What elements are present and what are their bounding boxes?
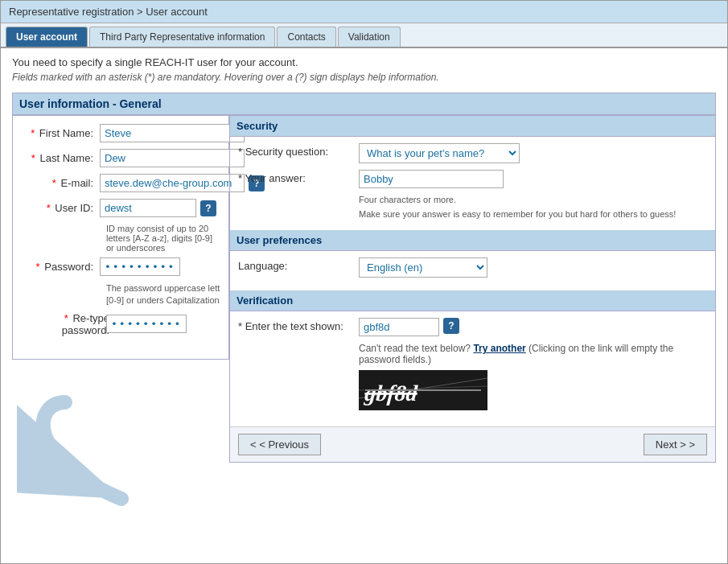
- language-select[interactable]: English (en) Français (fr) Deutsch (de) …: [359, 257, 487, 278]
- last-name-label: * Last Name:: [19, 152, 100, 164]
- userid-hint: ID may consist of up to 20 letters [A-Z …: [106, 224, 222, 253]
- preferences-section-header: User preferences: [230, 230, 715, 251]
- security-question-row: * Security question: What is your pet's …: [238, 143, 707, 163]
- svg-text:gbf8d: gbf8d: [363, 381, 419, 406]
- tab-third-party[interactable]: Third Party Representative information: [89, 27, 275, 47]
- tab-user-account[interactable]: User account: [6, 27, 88, 47]
- info-line2: Fields marked with an asterisk (*) are m…: [12, 72, 716, 83]
- captcha-image: gbf8d: [359, 370, 487, 410]
- captcha-label: * Enter the text shown:: [238, 318, 359, 332]
- answer-hint2: Make sure your answer is easy to remembe…: [359, 209, 707, 219]
- answer-hint1: Four characters or more.: [359, 195, 707, 204]
- email-row: * E-mail: ?: [19, 174, 222, 192]
- arrow-decoration: [17, 394, 178, 523]
- captcha-help-button[interactable]: ?: [443, 318, 459, 334]
- captcha-input-row: * Enter the text shown: ?: [238, 318, 707, 336]
- breadcrumb: Representative registration > User accou…: [1, 1, 727, 23]
- password-row: * Password:: [19, 257, 222, 276]
- tabs-bar: User account Third Party Representative …: [1, 23, 727, 48]
- last-name-input[interactable]: [100, 149, 245, 167]
- required-star-firstname: *: [31, 127, 35, 139]
- cant-read-text: Can't read the text below? Try another (…: [359, 343, 707, 365]
- password-hint: The password uppercase lett [0-9] or und…: [106, 282, 222, 307]
- security-question-label: * Security question:: [238, 143, 359, 158]
- required-star-lastname: *: [31, 152, 35, 164]
- security-form: * Security question: What is your pet's …: [230, 137, 715, 230]
- email-label: * E-mail:: [19, 177, 100, 189]
- retype-password-input[interactable]: [106, 315, 187, 333]
- try-another-link[interactable]: Try another: [473, 343, 525, 354]
- email-input[interactable]: [100, 174, 245, 192]
- captcha-input[interactable]: [359, 318, 439, 336]
- security-section-header: Security: [230, 116, 715, 137]
- retype-password-row: * Re-type password:: [19, 312, 222, 336]
- right-panel: Security * Security question: What is yo…: [229, 115, 716, 463]
- required-star-userid: *: [47, 202, 51, 214]
- userid-label: * User ID:: [19, 202, 100, 214]
- user-info-section-header: User information - General: [12, 93, 716, 115]
- retype-password-label: * Re-type password:: [19, 312, 116, 336]
- previous-button[interactable]: < < Previous: [238, 434, 321, 455]
- info-line1: You need to specify a single REACH-IT us…: [12, 56, 716, 68]
- verification-form: * Enter the text shown: ? Can't read the…: [230, 311, 715, 420]
- userid-input[interactable]: [100, 199, 196, 217]
- security-question-select[interactable]: What is your pet's name? What is your mo…: [359, 143, 520, 163]
- required-star-retype: *: [64, 312, 68, 324]
- userid-help-button[interactable]: ?: [200, 200, 216, 216]
- first-name-row: * First Name:: [19, 124, 222, 142]
- security-answer-row: * Your answer:: [238, 170, 707, 188]
- next-button[interactable]: Next > >: [644, 434, 707, 455]
- language-label: Language:: [238, 257, 359, 272]
- preferences-form: Language: English (en) Français (fr) Deu…: [230, 251, 715, 290]
- footer-nav: < < Previous Next > >: [230, 426, 715, 462]
- security-answer-input[interactable]: [359, 170, 504, 188]
- userid-row: * User ID: ?: [19, 199, 222, 217]
- first-name-input[interactable]: [100, 124, 245, 142]
- required-star-password: *: [36, 261, 40, 273]
- last-name-row: * Last Name:: [19, 149, 222, 167]
- verification-section-header: Verification: [230, 290, 715, 311]
- required-star-email: *: [52, 177, 56, 189]
- language-row: Language: English (en) Français (fr) Deu…: [238, 257, 707, 278]
- security-answer-label: * Your answer:: [238, 170, 359, 184]
- first-name-label: * First Name:: [19, 127, 100, 139]
- password-input[interactable]: [100, 257, 180, 276]
- tab-validation[interactable]: Validation: [338, 27, 401, 47]
- password-label: * Password:: [19, 261, 100, 273]
- tab-contacts[interactable]: Contacts: [277, 27, 335, 47]
